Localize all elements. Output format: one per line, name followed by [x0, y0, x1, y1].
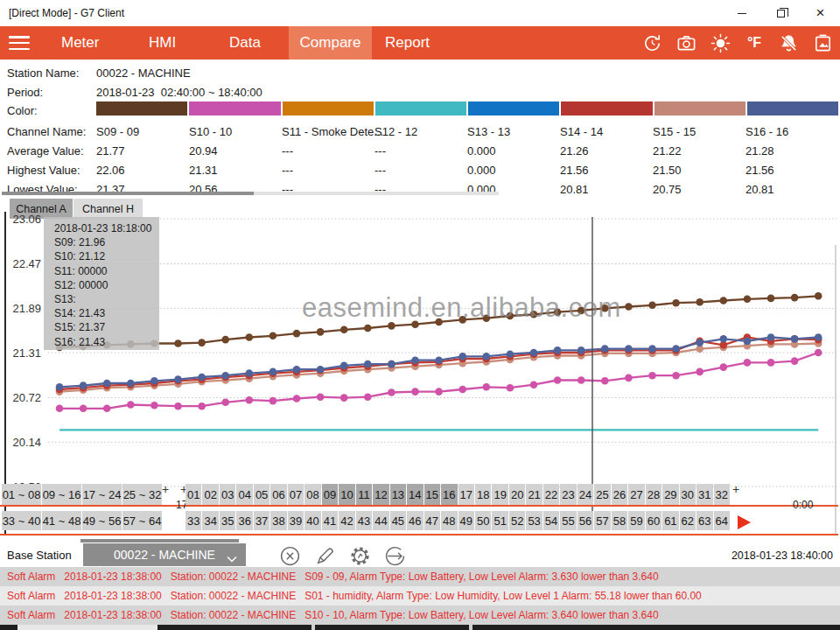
channel-button-19[interactable]: 19	[492, 484, 508, 505]
number-plus-right-button[interactable]: +	[732, 482, 739, 496]
channel-button-52[interactable]: 52	[509, 511, 525, 530]
channel-button-53[interactable]: 53	[526, 511, 542, 530]
menu-item-compare[interactable]: Compare	[289, 26, 372, 60]
channel-button-24[interactable]: 24	[578, 484, 593, 505]
channel-button-30[interactable]: 30	[680, 484, 696, 505]
channel-button-08[interactable]: 08	[304, 484, 320, 505]
settings-icon[interactable]	[348, 544, 371, 567]
channel-button-42[interactable]: 42	[339, 511, 354, 530]
channel-button-20[interactable]: 20	[509, 484, 525, 505]
channel-group-49~56[interactable]: 49 ~ 56	[82, 511, 122, 530]
channel-button-22[interactable]: 22	[543, 484, 559, 505]
channel-button-09[interactable]: 09	[322, 484, 338, 505]
alarm-row[interactable]: Soft Alarm 2018-01-23 18:38:00 Station: …	[0, 567, 840, 586]
channel-button-38[interactable]: 38	[270, 511, 286, 530]
menu-item-hmi[interactable]: HMI	[149, 26, 176, 60]
channel-button-33[interactable]: 33	[186, 511, 201, 530]
alarm-row[interactable]: Soft Alarm 2018-01-23 18:38:00 Station: …	[0, 586, 840, 606]
channel-button-10[interactable]: 10	[339, 484, 354, 505]
channel-button-43[interactable]: 43	[356, 511, 372, 530]
channel-button-29[interactable]: 29	[662, 484, 678, 505]
channel-button-23[interactable]: 23	[560, 484, 576, 505]
channel-button-40[interactable]: 40	[304, 511, 320, 530]
channel-button-62[interactable]: 62	[680, 511, 696, 530]
channel-button-16[interactable]: 16	[441, 484, 457, 505]
channel-button-39[interactable]: 39	[288, 511, 304, 530]
menu-item-meter[interactable]: Meter	[61, 26, 99, 60]
alarm-mute-icon[interactable]	[778, 32, 799, 53]
bottom-scrollbar[interactable]	[0, 625, 840, 630]
channel-button-12[interactable]: 12	[373, 484, 388, 505]
channel-group-33~40[interactable]: 33 ~ 40	[2, 511, 41, 530]
channel-button-21[interactable]: 21	[526, 484, 542, 505]
channel-button-63[interactable]: 63	[696, 511, 712, 530]
camera-icon[interactable]	[676, 32, 696, 53]
channel-button-48[interactable]: 48	[441, 511, 457, 530]
channel-button-07[interactable]: 07	[288, 484, 304, 505]
channel-group-01~08[interactable]: 01 ~ 08	[2, 484, 41, 505]
screenshot-icon[interactable]	[812, 32, 833, 53]
channel-button-35[interactable]: 35	[220, 511, 235, 530]
channel-button-41[interactable]: 41	[322, 511, 338, 530]
channel-button-04[interactable]: 04	[236, 484, 252, 505]
channel-button-32[interactable]: 32	[714, 484, 730, 505]
channel-button-25[interactable]: 25	[594, 484, 610, 505]
restore-button[interactable]	[761, 0, 801, 26]
channel-button-45[interactable]: 45	[390, 511, 406, 530]
channel-button-61[interactable]: 61	[662, 511, 678, 530]
group-plus-button[interactable]: +	[162, 482, 169, 496]
channel-button-05[interactable]: 05	[254, 484, 270, 505]
channel-button-06[interactable]: 06	[270, 484, 286, 505]
forward-icon[interactable]	[383, 544, 406, 567]
channel-button-64[interactable]: 64	[714, 511, 730, 530]
channel-button-15[interactable]: 15	[424, 484, 440, 505]
channel-button-26[interactable]: 26	[612, 484, 627, 505]
minimize-button[interactable]	[722, 0, 761, 26]
base-station-dropdown[interactable]: 00022 - MACHINE	[83, 543, 246, 566]
table-hscrollbar-thumb[interactable]	[2, 192, 254, 195]
channel-button-60[interactable]: 60	[646, 511, 662, 530]
channel-button-17[interactable]: 17	[458, 484, 474, 505]
channel-button-11[interactable]: 11	[356, 484, 372, 505]
channel-group-57~64[interactable]: 57 ~ 64	[122, 511, 162, 530]
channel-button-56[interactable]: 56	[578, 511, 593, 530]
channel-button-57[interactable]: 57	[594, 511, 610, 530]
channel-group-41~48[interactable]: 41 ~ 48	[42, 511, 81, 530]
alarm-row[interactable]: Soft Alarm 2018-01-23 18:38:00 Station: …	[0, 606, 840, 625]
edit-icon[interactable]	[313, 544, 336, 567]
channel-group-09~16[interactable]: 09 ~ 16	[42, 484, 81, 505]
channel-button-46[interactable]: 46	[407, 511, 423, 530]
channel-button-28[interactable]: 28	[646, 484, 662, 505]
channel-group-17~24[interactable]: 17 ~ 24	[82, 484, 122, 505]
channel-button-13[interactable]: 13	[390, 484, 406, 505]
channel-button-44[interactable]: 44	[373, 511, 388, 530]
table-hscrollbar[interactable]	[2, 192, 499, 195]
channel-button-47[interactable]: 47	[424, 511, 440, 530]
sync-icon[interactable]	[641, 32, 662, 53]
channel-button-51[interactable]: 51	[492, 511, 508, 530]
channel-button-55[interactable]: 55	[560, 511, 576, 530]
channel-group-25~32[interactable]: 25 ~ 32	[122, 484, 162, 505]
channel-button-01[interactable]: 01	[186, 484, 201, 505]
channel-button-03[interactable]: 03	[220, 484, 235, 505]
close-button[interactable]: ×	[801, 0, 840, 26]
brightness-icon[interactable]	[710, 32, 731, 53]
channel-button-58[interactable]: 58	[612, 511, 627, 530]
menu-item-report[interactable]: Report	[385, 26, 430, 60]
hamburger-menu-icon[interactable]	[9, 36, 30, 50]
channel-button-37[interactable]: 37	[254, 511, 270, 530]
channel-button-14[interactable]: 14	[407, 484, 423, 505]
channel-button-18[interactable]: 18	[475, 484, 491, 505]
channel-button-34[interactable]: 34	[202, 511, 218, 530]
channel-button-50[interactable]: 50	[475, 511, 491, 530]
cancel-icon[interactable]	[278, 544, 301, 567]
channel-button-27[interactable]: 27	[628, 484, 644, 505]
next-page-arrow-icon[interactable]	[738, 515, 751, 529]
fahrenheit-icon[interactable]: °F	[744, 32, 765, 53]
menu-item-data[interactable]: Data	[229, 26, 261, 60]
channel-button-59[interactable]: 59	[628, 511, 644, 530]
channel-button-02[interactable]: 02	[202, 484, 218, 505]
channel-button-31[interactable]: 31	[696, 484, 712, 505]
channel-button-36[interactable]: 36	[236, 511, 252, 530]
channel-button-49[interactable]: 49	[458, 511, 474, 530]
